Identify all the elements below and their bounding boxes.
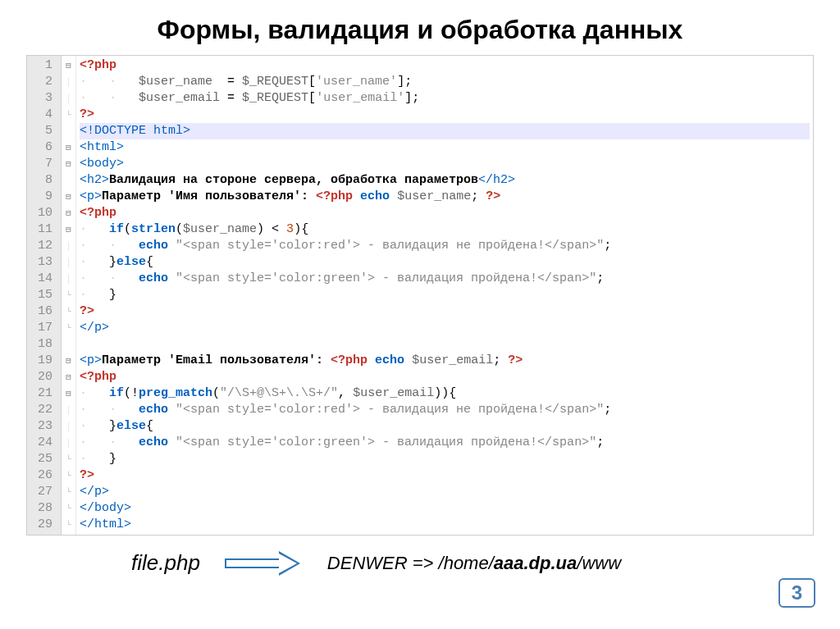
code-line: <h2>Валидация на стороне сервера, обрабо… xyxy=(80,172,810,189)
fold-marker xyxy=(62,484,75,500)
line-number: 18 xyxy=(32,336,52,353)
code-line: · }else{ xyxy=(80,418,810,435)
fold-marker xyxy=(62,451,75,467)
code-line: <?php xyxy=(80,57,810,74)
fold-marker xyxy=(62,271,75,287)
fold-marker xyxy=(62,336,75,353)
code-line: <body> xyxy=(80,156,810,172)
line-number: 26 xyxy=(32,467,52,484)
path-suffix: /www xyxy=(577,553,621,573)
line-number: 9 xyxy=(32,189,52,205)
code-line: ?> xyxy=(80,107,810,123)
line-number: 17 xyxy=(32,320,52,336)
line-number-gutter: 1234567891011121314151617181920212223242… xyxy=(27,56,62,535)
fold-marker xyxy=(62,139,75,156)
code-line: </p> xyxy=(80,320,810,336)
filename-label: file.php xyxy=(131,550,200,576)
fold-marker xyxy=(62,287,75,303)
line-number: 20 xyxy=(32,369,52,385)
line-number: 16 xyxy=(32,303,52,320)
fold-marker xyxy=(62,57,75,74)
page-title: Формы, валидация и обработка данных xyxy=(25,15,815,45)
line-number: 24 xyxy=(32,435,52,451)
line-number: 7 xyxy=(32,156,52,172)
fold-marker xyxy=(62,369,75,385)
line-number: 21 xyxy=(32,385,52,402)
fold-marker xyxy=(62,238,75,254)
page-number-badge: 3 xyxy=(778,578,815,608)
line-number: 13 xyxy=(32,254,52,271)
line-number: 27 xyxy=(32,484,52,500)
code-line: </html> xyxy=(80,517,810,533)
code-line: · · $user_email = $_REQUEST['user_email'… xyxy=(80,90,810,107)
fold-marker xyxy=(62,320,75,336)
code-line: · · echo "<span style='color:red'> - вал… xyxy=(80,402,810,418)
fold-marker xyxy=(62,385,75,402)
path-prefix: DENWER => /home/ xyxy=(327,553,494,573)
fold-marker xyxy=(62,435,75,451)
line-number: 19 xyxy=(32,353,52,369)
code-line xyxy=(80,336,810,353)
line-number: 22 xyxy=(32,402,52,418)
line-number: 6 xyxy=(32,139,52,156)
code-line: · if(strlen($user_name) < 3){ xyxy=(80,221,810,238)
line-number: 14 xyxy=(32,271,52,287)
code-line: · } xyxy=(80,451,810,467)
arrow-icon xyxy=(225,552,303,575)
line-number: 15 xyxy=(32,287,52,303)
code-line: ?> xyxy=(80,303,810,320)
line-number: 5 xyxy=(32,123,52,139)
code-line: </body> xyxy=(80,500,810,517)
code-editor: 1234567891011121314151617181920212223242… xyxy=(26,55,814,536)
fold-marker xyxy=(62,205,75,221)
code-line: <p>Параметр 'Email пользователя': <?php … xyxy=(80,353,810,369)
line-number: 11 xyxy=(32,221,52,238)
fold-marker xyxy=(62,418,75,435)
fold-marker xyxy=(62,517,75,533)
code-line: · if(!preg_match("/\S+@\S+\.\S+/", $user… xyxy=(80,385,810,402)
line-number: 3 xyxy=(32,90,52,107)
line-number: 8 xyxy=(32,172,52,189)
code-line: <?php xyxy=(80,369,810,385)
code-line: · · echo "<span style='color:green'> - в… xyxy=(80,435,810,451)
server-path: DENWER => /home/aaa.dp.ua/www xyxy=(327,553,621,574)
code-line: · } xyxy=(80,287,810,303)
line-number: 29 xyxy=(32,517,52,533)
fold-marker xyxy=(62,189,75,205)
fold-marker xyxy=(62,156,75,172)
code-line: · · echo "<span style='color:red'> - вал… xyxy=(80,238,810,254)
line-number: 4 xyxy=(32,107,52,123)
code-line: ?> xyxy=(80,467,810,484)
fold-marker xyxy=(62,74,75,90)
footer-row: file.php DENWER => /home/aaa.dp.ua/www xyxy=(25,550,815,576)
line-number: 10 xyxy=(32,205,52,221)
line-number: 23 xyxy=(32,418,52,435)
fold-marker xyxy=(62,467,75,484)
code-line: </p> xyxy=(80,484,810,500)
fold-marker xyxy=(62,353,75,369)
line-number: 2 xyxy=(32,74,52,90)
fold-marker xyxy=(62,123,75,139)
line-number: 12 xyxy=(32,238,52,254)
fold-marker xyxy=(62,172,75,189)
code-line: <?php xyxy=(80,205,810,221)
fold-marker xyxy=(62,90,75,107)
line-number: 25 xyxy=(32,451,52,467)
code-line: <p>Параметр 'Имя пользователя': <?php ec… xyxy=(80,189,810,205)
fold-marker xyxy=(62,500,75,517)
fold-column xyxy=(62,56,76,535)
fold-marker xyxy=(62,402,75,418)
line-number: 1 xyxy=(32,57,52,74)
code-line: · }else{ xyxy=(80,254,810,271)
path-domain: aaa.dp.ua xyxy=(494,553,577,573)
line-number: 28 xyxy=(32,500,52,517)
code-line: · · $user_name = $_REQUEST['user_name']; xyxy=(80,74,810,90)
code-line: <!DOCTYPE html> xyxy=(80,123,810,139)
fold-marker xyxy=(62,107,75,123)
code-area: <?php· · $user_name = $_REQUEST['user_na… xyxy=(76,56,813,535)
fold-marker xyxy=(62,254,75,271)
code-line: <html> xyxy=(80,139,810,156)
code-line: · · echo "<span style='color:green'> - в… xyxy=(80,271,810,287)
fold-marker xyxy=(62,221,75,238)
fold-marker xyxy=(62,303,75,320)
